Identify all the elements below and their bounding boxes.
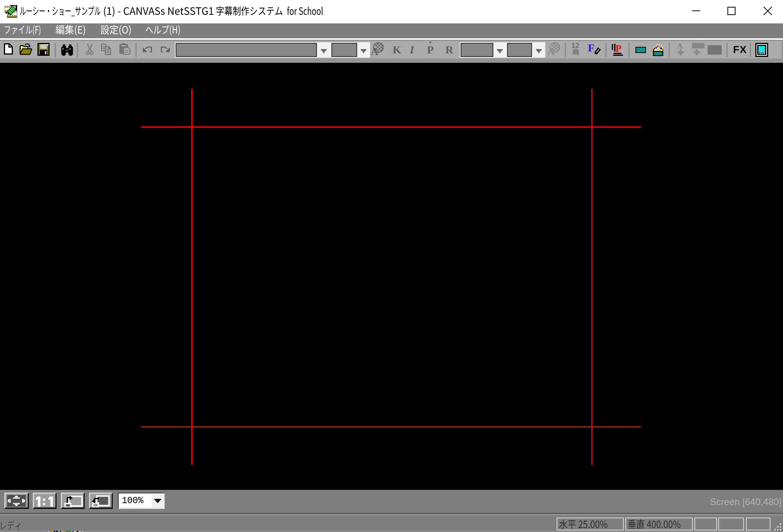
- svg-text:A: A: [547, 46, 555, 56]
- svg-text:A: A: [677, 43, 683, 50]
- svg-text:P: P: [616, 43, 621, 54]
- svg-text:12: 12: [571, 42, 579, 50]
- svg-text:A: A: [371, 46, 379, 56]
- svg-text:F: F: [588, 43, 594, 54]
